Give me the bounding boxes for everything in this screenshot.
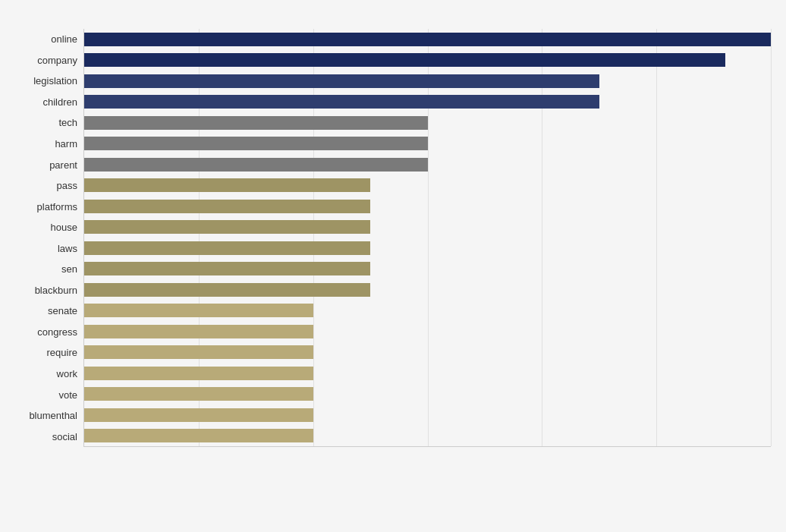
y-label-parent: parent (15, 155, 77, 175)
bar-row-pass (84, 175, 771, 195)
bar-require (84, 345, 313, 359)
bar-parent (84, 158, 428, 172)
y-label-vote: vote (15, 385, 77, 405)
y-label-online: online (15, 30, 77, 49)
bar-children (84, 95, 599, 109)
bar-online (84, 33, 771, 46)
bar-company (84, 53, 725, 67)
bar-row-legislation (84, 71, 771, 91)
y-label-company: company (15, 50, 77, 70)
y-label-legislation: legislation (15, 71, 77, 91)
bar-congress (84, 325, 313, 338)
bars-area (83, 29, 771, 447)
bar-row-require (84, 342, 771, 362)
y-label-social: social (15, 427, 77, 446)
chart-area: onlinecompanylegislationchildrentechharm… (15, 29, 771, 447)
bar-pass (84, 178, 370, 192)
bar-row-house (84, 217, 771, 237)
bar-row-blumenthal (84, 405, 771, 425)
bar-row-work (84, 364, 771, 383)
y-label-sen: sen (15, 260, 77, 279)
bar-row-social (84, 426, 771, 445)
bar-blumenthal (84, 408, 313, 422)
bar-row-senate (84, 301, 771, 320)
y-label-congress: congress (15, 322, 77, 342)
y-label-children: children (15, 92, 77, 112)
bar-row-vote (84, 384, 771, 404)
bar-senate (84, 304, 313, 317)
bar-blackburn (84, 283, 370, 297)
bar-social (84, 429, 313, 442)
bar-row-children (84, 92, 771, 112)
y-label-tech: tech (15, 113, 77, 133)
y-label-harm: harm (15, 134, 77, 154)
y-label-require: require (15, 343, 77, 363)
y-label-laws: laws (15, 238, 77, 258)
bar-harm (84, 137, 428, 150)
y-label-platforms: platforms (15, 197, 77, 216)
bar-row-sen (84, 259, 771, 279)
bar-row-parent (84, 155, 771, 175)
bar-work (84, 367, 313, 380)
y-label-pass: pass (15, 176, 77, 196)
bar-row-company (84, 50, 771, 70)
chart-container: onlinecompanylegislationchildrentechharm… (0, 0, 786, 532)
bar-laws (84, 241, 370, 255)
bar-sen (84, 262, 370, 275)
bar-row-congress (84, 322, 771, 342)
bar-row-platforms (84, 197, 771, 216)
bar-legislation (84, 74, 599, 88)
bar-vote (84, 387, 313, 401)
bar-tech (84, 116, 428, 130)
y-label-senate: senate (15, 301, 77, 321)
bar-row-harm (84, 134, 771, 153)
y-axis-labels: onlinecompanylegislationchildrentechharm… (15, 29, 83, 447)
y-label-house: house (15, 218, 77, 238)
bar-row-online (84, 30, 771, 49)
bar-row-tech (84, 113, 771, 133)
bar-house (84, 220, 370, 234)
y-label-blackburn: blackburn (15, 280, 77, 300)
bar-row-laws (84, 238, 771, 258)
bar-platforms (84, 200, 370, 213)
y-label-work: work (15, 364, 77, 384)
y-label-blumenthal: blumenthal (15, 406, 77, 426)
bar-row-blackburn (84, 280, 771, 300)
grid-line-12 (771, 29, 772, 446)
